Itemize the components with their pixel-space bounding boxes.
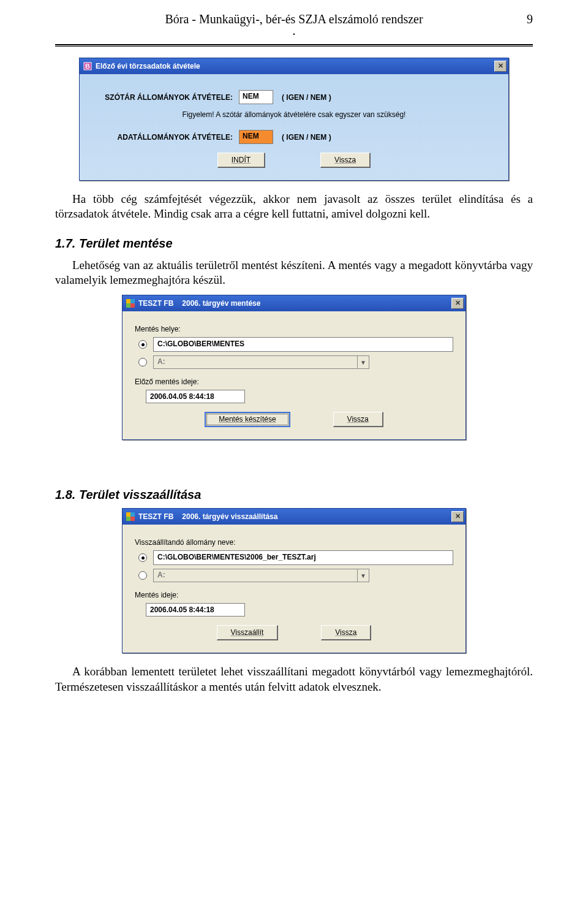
- radio-drive[interactable]: [138, 358, 147, 366]
- make-save-button[interactable]: Mentés készítése: [205, 412, 290, 427]
- dict-transfer-field[interactable]: NEM: [239, 90, 273, 104]
- header-rule-thick: [55, 44, 533, 45]
- drive-dropdown[interactable]: A: ▼: [153, 569, 369, 582]
- titlebar: TESZT FB 2006. tárgyév mentése ✕: [123, 295, 466, 311]
- drive-dropdown[interactable]: A: ▼: [153, 355, 369, 369]
- start-button[interactable]: INDÍT: [217, 153, 265, 168]
- dialog-prev-year-transfer: B Előző évi törzsadatok átvétele ✕ SZÓTÁ…: [79, 58, 509, 181]
- radio-path[interactable]: [138, 553, 147, 562]
- data-transfer-label: ADATÁLLOMÁNYOK ÁTVÉTELE:: [92, 133, 239, 142]
- page-header: Bóra - Munkaügyi-, bér-és SZJA elszámoló…: [55, 12, 533, 43]
- dialog-title-left: TESZT FB: [138, 299, 173, 308]
- chevron-down-icon[interactable]: ▼: [357, 355, 369, 369]
- save-location-label: Mentés helye:: [135, 325, 453, 333]
- app-icon: [126, 299, 135, 308]
- section-1-8-title: 1.8. Terület visszaállítása: [55, 488, 533, 502]
- drive-dropdown-value: A:: [153, 569, 357, 582]
- data-transfer-hint: ( IGEN / NEM ): [282, 133, 331, 142]
- dict-transfer-label: SZÓTÁR ÁLLOMÁNYOK ÁTVÉTELE:: [92, 93, 239, 102]
- back-button[interactable]: Vissza: [321, 625, 371, 640]
- back-button[interactable]: Vissza: [320, 153, 371, 168]
- section-1-7-text: Lehetőség van az aktuális területről men…: [55, 258, 533, 288]
- svg-rect-2: [126, 299, 130, 303]
- dict-warning-text: Figyelem! A szótár állományok átvételére…: [92, 110, 496, 119]
- svg-rect-8: [126, 517, 130, 521]
- section-1-7-title: 1.7. Terület mentése: [55, 237, 533, 251]
- back-button[interactable]: Vissza: [333, 412, 383, 427]
- data-transfer-field[interactable]: NEM: [239, 130, 273, 144]
- restore-path-field[interactable]: C:\GLOBO\BER\MENTES\2006_ber_TESZT.arj: [153, 550, 453, 565]
- app-icon: [126, 512, 135, 521]
- dialog-area-save: TESZT FB 2006. tárgyév mentése ✕ Mentés …: [122, 295, 466, 440]
- svg-rect-9: [130, 517, 135, 521]
- restore-file-label: Visszaállítandó állomány neve:: [135, 538, 453, 547]
- page-number: 9: [527, 12, 533, 26]
- svg-rect-4: [126, 303, 130, 308]
- dict-transfer-hint: ( IGEN / NEM ): [282, 93, 331, 102]
- titlebar: B Előző évi törzsadatok átvétele ✕: [80, 58, 508, 74]
- radio-path[interactable]: [138, 340, 147, 349]
- titlebar: TESZT FB 2006. tárgyév visszaállítása ✕: [123, 509, 466, 525]
- save-path-field[interactable]: C:\GLOBO\BER\MENTES: [153, 337, 453, 352]
- header-rule-thin: [55, 46, 533, 47]
- chevron-down-icon[interactable]: ▼: [357, 569, 369, 582]
- dialog-title-right: 2006. tárgyév visszaállítása: [182, 512, 451, 521]
- save-time-label: Mentés ideje:: [135, 591, 453, 599]
- dialog-title-right: 2006. tárgyév mentése: [182, 299, 451, 308]
- svg-rect-6: [126, 512, 130, 517]
- radio-drive[interactable]: [138, 571, 147, 580]
- svg-rect-3: [130, 299, 135, 303]
- prev-save-label: Előző mentés ideje:: [135, 378, 453, 386]
- close-icon[interactable]: ✕: [451, 298, 464, 309]
- svg-text:B: B: [85, 63, 90, 70]
- paragraph-last: A korábban lementett területet lehet vis…: [55, 664, 533, 694]
- close-icon[interactable]: ✕: [494, 61, 507, 72]
- dialog-title-left: TESZT FB: [138, 512, 173, 521]
- paragraph-1: Ha több cég számfejtését végezzük, akkor…: [55, 192, 533, 222]
- svg-rect-7: [130, 512, 135, 517]
- dialog-area-restore: TESZT FB 2006. tárgyév visszaállítása ✕ …: [122, 508, 466, 653]
- prev-save-value: 2006.04.05 8:44:18: [146, 390, 245, 403]
- restore-button[interactable]: Visszaállít: [217, 625, 279, 640]
- app-icon: B: [83, 62, 92, 70]
- save-time-value: 2006.04.05 8:44:18: [146, 603, 245, 617]
- header-dot: .: [55, 24, 533, 38]
- svg-rect-5: [130, 303, 135, 308]
- dialog-title: Előző évi törzsadatok átvétele: [96, 62, 494, 70]
- close-icon[interactable]: ✕: [451, 511, 464, 522]
- drive-dropdown-value: A:: [153, 355, 357, 369]
